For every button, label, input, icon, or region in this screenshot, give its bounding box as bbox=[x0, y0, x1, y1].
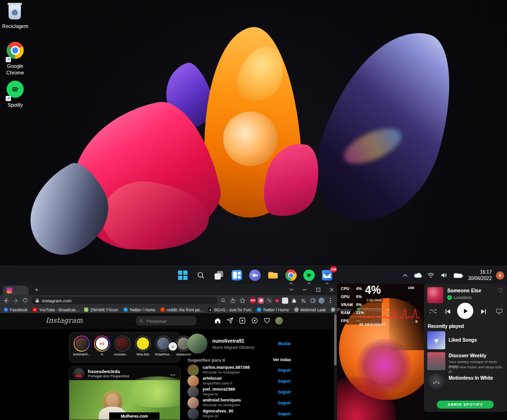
extensions-menu-button[interactable] bbox=[290, 297, 298, 304]
explore-compass-icon[interactable] bbox=[251, 317, 259, 325]
liked-songs-item[interactable]: Liked Songs bbox=[449, 337, 477, 343]
track-title[interactable]: Someone Else bbox=[447, 288, 481, 293]
browser-menu-button[interactable] bbox=[327, 297, 334, 304]
minimize-button[interactable] bbox=[299, 284, 310, 295]
desktop-icon-recycle-bin[interactable]: ♻ Reciclagem bbox=[0, 3, 30, 30]
story-item[interactable]: F1 f1 bbox=[94, 336, 111, 356]
story-item[interactable]: nunoseemee bbox=[114, 336, 131, 356]
taskbar-chrome-button[interactable] bbox=[285, 269, 297, 281]
discover-weekly-item[interactable]: Discover Weekly bbox=[449, 353, 486, 358]
tab-search-chevron-button[interactable] bbox=[286, 284, 297, 295]
post-location[interactable]: Portugal dos Pequenitos bbox=[88, 374, 129, 378]
browser-tab-instagram[interactable] bbox=[3, 286, 28, 295]
page-scrollbar[interactable] bbox=[334, 313, 337, 420]
motionless-in-white-item[interactable]: Motionless In White bbox=[449, 375, 493, 381]
zoom-icon-button[interactable] bbox=[220, 297, 227, 304]
open-spotify-button[interactable]: ABRIR SPOTIFY bbox=[437, 401, 494, 409]
sidebar-toggle-button[interactable] bbox=[309, 297, 317, 304]
search-input[interactable] bbox=[146, 318, 193, 324]
scrollbar-thumb[interactable] bbox=[334, 314, 337, 365]
play-button[interactable] bbox=[457, 303, 473, 319]
story-item[interactable]: faria.dias bbox=[134, 336, 151, 356]
post-image[interactable]: Mulheres.com bbox=[69, 380, 180, 420]
bookmark-twitter[interactable]: Twitter / Home bbox=[123, 308, 156, 312]
notes-extension-icon[interactable] bbox=[282, 298, 288, 304]
new-post-icon[interactable] bbox=[238, 317, 246, 325]
liked-songs-art[interactable]: ♥ bbox=[427, 331, 445, 349]
start-button[interactable] bbox=[177, 269, 189, 281]
battery-charging-icon[interactable] bbox=[452, 269, 464, 281]
new-tab-button[interactable]: + bbox=[32, 286, 41, 294]
forward-button[interactable] bbox=[12, 297, 19, 304]
wifi-icon[interactable] bbox=[427, 269, 435, 281]
taskbar-search-button[interactable] bbox=[195, 269, 207, 281]
desktop-icon-google-chrome[interactable]: ↗ Google Chrome bbox=[0, 42, 30, 76]
suggestion-avatar[interactable] bbox=[188, 408, 199, 420]
follow-button[interactable]: Seguir bbox=[278, 390, 291, 394]
volume-icon[interactable] bbox=[440, 269, 448, 281]
task-view-button[interactable] bbox=[213, 269, 225, 281]
bookmark-star-button[interactable] bbox=[239, 297, 246, 304]
tray-clock[interactable]: 16:17 30/06/2022 bbox=[468, 269, 492, 281]
file-explorer-button[interactable] bbox=[267, 269, 279, 281]
follow-button[interactable]: Seguir bbox=[278, 368, 291, 373]
profile-avatar[interactable] bbox=[275, 317, 283, 325]
post-author-username[interactable]: frasesdem3rda bbox=[88, 369, 129, 374]
suggestion-avatar[interactable] bbox=[188, 364, 199, 376]
bookmark-zwame[interactable]: ZZWAME Fórum bbox=[84, 308, 118, 312]
adblock-extension-icon[interactable]: ABP bbox=[250, 298, 256, 304]
suggestion-avatar[interactable] bbox=[188, 386, 199, 398]
bookmark-webmail[interactable]: Webmail Leak bbox=[294, 308, 326, 312]
instagram-search-box[interactable] bbox=[136, 316, 197, 326]
like-heart-icon[interactable]: ♡ bbox=[498, 287, 503, 294]
activity-heart-icon[interactable] bbox=[263, 317, 271, 325]
screenshot-extension-icon[interactable] bbox=[266, 298, 272, 304]
widgets-button[interactable] bbox=[231, 269, 243, 281]
follow-button[interactable]: Seguir bbox=[278, 401, 291, 405]
album-art[interactable] bbox=[427, 287, 443, 303]
address-bar[interactable]: instagram.com bbox=[31, 297, 217, 304]
motionless-in-white-art[interactable] bbox=[427, 373, 446, 392]
maximize-button[interactable] bbox=[312, 284, 324, 295]
connect-device-button[interactable] bbox=[495, 308, 503, 315]
suggestion-avatar[interactable] bbox=[188, 375, 199, 387]
stories-next-button[interactable]: › bbox=[169, 342, 177, 351]
messenger-icon[interactable] bbox=[226, 317, 234, 325]
reload-button[interactable] bbox=[22, 297, 28, 304]
own-profile-avatar[interactable] bbox=[188, 334, 207, 354]
bookmark-youtube[interactable]: ▶YouTube - Broadcas... bbox=[33, 308, 79, 312]
suggestion-avatar[interactable] bbox=[188, 397, 199, 409]
shield-extension-icon[interactable] bbox=[258, 298, 264, 304]
story-item[interactable]: lewishamit... bbox=[73, 336, 90, 356]
bookmark-reddit[interactable]: reddit: the front pa... bbox=[160, 308, 203, 312]
back-button[interactable] bbox=[3, 297, 9, 304]
recorder-extension-icon[interactable] bbox=[274, 298, 280, 304]
follow-button[interactable]: Seguir bbox=[278, 411, 291, 416]
see-all-link[interactable]: Ver todas bbox=[273, 357, 291, 362]
next-track-button[interactable] bbox=[479, 308, 487, 315]
notification-count-badge[interactable]: 6 bbox=[496, 271, 504, 280]
own-username[interactable]: nunoliveira91 bbox=[212, 337, 254, 344]
home-icon[interactable] bbox=[214, 317, 222, 325]
bookmark-9gag[interactable]: 99GAG - Just for Fun! bbox=[208, 308, 251, 312]
taskbar-spotify-button[interactable] bbox=[303, 269, 315, 281]
discover-weekly-art[interactable] bbox=[427, 352, 445, 370]
bookmark-facebook[interactable]: fFacebook bbox=[4, 308, 28, 312]
desktop-icon-spotify[interactable]: ↗ Spotify bbox=[0, 81, 30, 109]
follow-button[interactable]: Seguir bbox=[278, 379, 291, 383]
instagram-logo[interactable]: Instagram bbox=[46, 316, 83, 325]
share-button[interactable] bbox=[230, 297, 236, 304]
profile-avatar[interactable] bbox=[319, 298, 325, 304]
tray-chevron-up[interactable] bbox=[401, 269, 410, 281]
switch-account-link[interactable]: Mudar bbox=[278, 341, 291, 346]
shuffle-button[interactable] bbox=[429, 308, 437, 315]
onedrive-icon[interactable] bbox=[414, 269, 422, 281]
playlist-extension-icon[interactable] bbox=[300, 297, 307, 304]
close-button[interactable] bbox=[326, 284, 337, 295]
bookmark-twitter-2[interactable]: Twitter / Home bbox=[257, 308, 289, 312]
chat-button[interactable] bbox=[249, 269, 261, 281]
post-menu-button[interactable]: … bbox=[170, 371, 176, 376]
previous-track-button[interactable] bbox=[444, 308, 451, 315]
post-author-avatar[interactable] bbox=[73, 368, 84, 379]
taskbar-mail-button[interactable]: 134 bbox=[321, 269, 333, 281]
